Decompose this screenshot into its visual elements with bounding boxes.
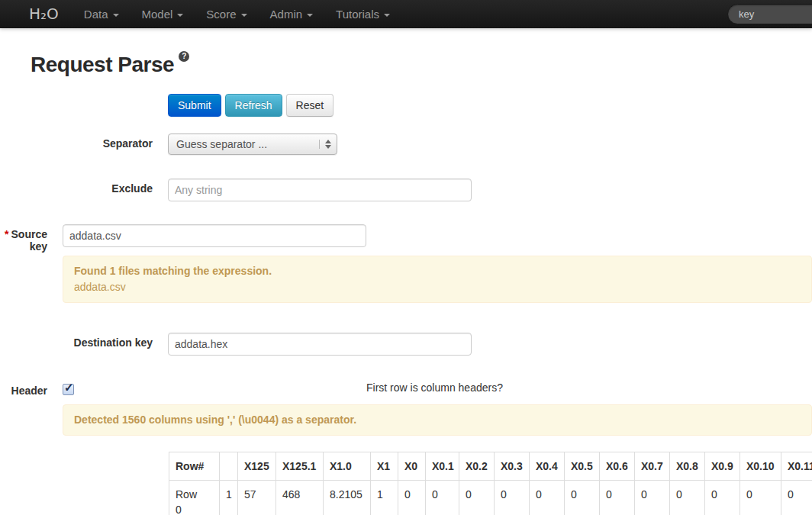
column-header: X125 [238, 452, 276, 481]
table-cell: 57 [238, 481, 276, 515]
column-header: X0.1 [426, 452, 459, 481]
separator-detected-alert: Detected 1560 columns using ',' (\u0044)… [63, 404, 812, 436]
h2o-logo[interactable]: H₂O [29, 0, 59, 28]
column-header: X0.11 [781, 452, 812, 481]
caret-down-icon [307, 14, 313, 17]
column-header: X0.3 [495, 452, 530, 481]
table-header-row: Row# X125 X125.1 X1.0 X1 X0 X0.1 X0.2 X0… [169, 452, 812, 481]
reset-button[interactable]: Reset [286, 94, 334, 117]
caret-down-icon [241, 14, 247, 17]
exclude-group: Exclude [0, 179, 812, 201]
alert-title: Found 1 files matching the expression. [74, 263, 801, 279]
table-cell: Row 0 [169, 481, 220, 515]
table-cell: 8.2105 [324, 481, 371, 515]
table-cell: 0 [398, 481, 426, 515]
source-key-group: *Source key Found 1 files matching the e… [0, 224, 812, 303]
separator-selected-value: Guess separator ... [176, 138, 319, 150]
separator-select[interactable]: Guess separator ... [168, 134, 337, 155]
table-cell: 0 [705, 481, 740, 515]
exclude-label: Exclude [0, 179, 153, 201]
table-cell: 0 [530, 481, 565, 515]
header-checkbox[interactable] [63, 384, 74, 395]
column-header: X1 [371, 452, 398, 481]
navbar-search [727, 4, 812, 24]
table-cell: 0 [495, 481, 530, 515]
column-header: X0.2 [459, 452, 495, 481]
header-group: Header First row is column headers? Dete… [0, 381, 812, 436]
select-arrows-icon [319, 140, 331, 149]
destination-key-group: Destination key [0, 333, 812, 356]
help-icon[interactable]: ? [179, 51, 189, 62]
table-cell: 468 [276, 481, 324, 515]
column-header: X1.0 [324, 452, 371, 481]
table-cell: 1 [371, 481, 398, 515]
column-header: Row# [169, 452, 220, 481]
alert-detected-text: Detected 1560 columns using ',' (\u0044)… [74, 414, 356, 426]
caret-down-icon [113, 14, 119, 17]
column-header: X0.4 [530, 452, 565, 481]
source-key-label: *Source key [0, 224, 47, 303]
column-header: X0.10 [740, 452, 781, 481]
column-header: X0.5 [565, 452, 600, 481]
table-row: Row 0 1 57 468 8.2105 1 0 0 0 0 0 0 0 0 … [169, 481, 812, 515]
separator-label: Separator [0, 134, 153, 155]
nav-item-data[interactable]: Data [72, 0, 130, 28]
alert-matched-file: addata.csv [74, 279, 801, 295]
table-cell: 0 [635, 481, 670, 515]
column-header: X125.1 [276, 452, 324, 481]
column-header [220, 452, 238, 481]
submit-button[interactable]: Submit [168, 94, 221, 117]
destination-key-input[interactable] [168, 333, 472, 356]
column-header: X0.8 [670, 452, 705, 481]
table-cell: 0 [459, 481, 495, 515]
source-key-input[interactable] [63, 224, 366, 247]
separator-group: Separator Guess separator ... [0, 134, 812, 155]
nav-item-score[interactable]: Score [195, 0, 258, 28]
table-cell: 0 [565, 481, 600, 515]
page-title: Request Parse? [31, 53, 812, 77]
exclude-input[interactable] [168, 179, 472, 201]
table-cell: 0 [781, 481, 812, 515]
caret-down-icon [384, 14, 390, 17]
table-cell: 1 [220, 481, 238, 515]
table-cell: 0 [670, 481, 705, 515]
form-actions: Submit Refresh Reset [168, 94, 812, 117]
column-header: X0.9 [705, 452, 740, 481]
destination-key-label: Destination key [0, 333, 153, 356]
header-hint: First row is column headers? [366, 381, 503, 395]
refresh-button[interactable]: Refresh [225, 94, 282, 117]
nav-item-admin[interactable]: Admin [259, 0, 325, 28]
header-label: Header [0, 381, 47, 436]
table-cell: 0 [740, 481, 781, 515]
column-header: X0.7 [635, 452, 670, 481]
caret-down-icon [177, 14, 183, 17]
parse-preview-table: Row# X125 X125.1 X1.0 X1 X0 X0.1 X0.2 X0… [169, 452, 812, 515]
top-navbar: H₂O Data Model Score Admin Tutorials [0, 0, 812, 28]
required-asterisk: * [5, 228, 8, 240]
nav-item-model[interactable]: Model [130, 0, 195, 28]
column-header: X0.6 [600, 452, 635, 481]
table-cell: 0 [600, 481, 635, 515]
search-input[interactable] [727, 4, 812, 24]
source-key-alert: Found 1 files matching the expression. a… [63, 256, 812, 303]
table-cell: 0 [426, 481, 459, 515]
column-header: X0 [398, 452, 426, 481]
nav-item-tutorials[interactable]: Tutorials [324, 0, 401, 28]
